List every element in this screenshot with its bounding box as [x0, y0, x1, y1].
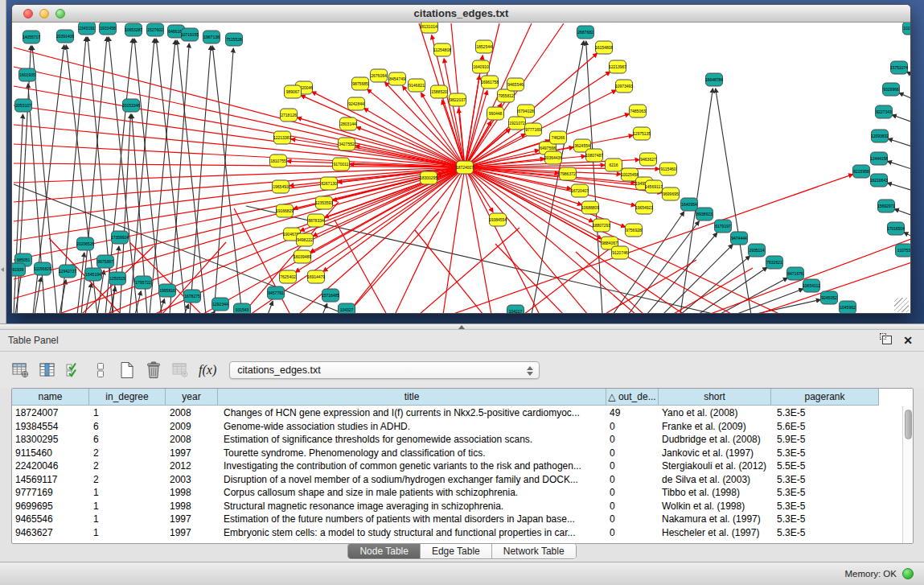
network-node[interactable]: 9699695: [663, 187, 680, 200]
network-node[interactable]: 2935114: [749, 244, 766, 257]
network-edge[interactable]: [347, 212, 439, 314]
network-view-window[interactable]: citations_edges.txt 14055717203914062343…: [11, 4, 911, 314]
network-node[interactable]: 989067: [285, 85, 302, 98]
network-node[interactable]: 20206526: [76, 237, 94, 250]
network-node[interactable]: 9170011: [333, 158, 350, 171]
network-edge[interactable]: [312, 92, 465, 167]
network-node[interactable]: 110753: [896, 244, 911, 257]
network-node[interactable]: 8878334: [308, 214, 325, 227]
network-node[interactable]: 3427552: [339, 138, 355, 150]
network-edge[interactable]: [14, 47, 465, 167]
table-row[interactable]: 946554611997Estimation of the future num…: [12, 513, 902, 526]
network-node[interactable]: 1292344: [212, 298, 229, 311]
network-edge[interactable]: [465, 167, 588, 314]
network-node[interactable]: 2718126: [281, 109, 298, 122]
network-node[interactable]: 19654923: [635, 201, 653, 214]
network-node[interactable]: 16039489: [294, 250, 311, 263]
network-node[interactable]: 9822037: [450, 93, 466, 106]
column-header-name[interactable]: name: [12, 389, 89, 406]
network-node[interactable]: 9465546: [507, 78, 524, 91]
network-node[interactable]: 1995816: [159, 284, 176, 297]
network-node[interactable]: 8215958: [853, 165, 870, 178]
network-node[interactable]: 6794028: [518, 105, 535, 117]
network-node[interactable]: 19384554: [489, 213, 507, 226]
network-node[interactable]: 1678275: [184, 290, 201, 303]
network-edge[interactable]: [888, 138, 910, 150]
network-node[interactable]: 17016504: [887, 222, 905, 235]
network-edge[interactable]: [415, 230, 483, 314]
network-node[interactable]: 15751074: [890, 61, 908, 74]
network-node[interactable]: 1795722: [135, 276, 152, 289]
network-node[interactable]: 9975887: [97, 255, 114, 268]
network-node[interactable]: 8938923: [696, 208, 713, 220]
network-node[interactable]: 1965493: [273, 180, 290, 193]
network-node[interactable]: 9457791: [268, 286, 285, 299]
network-node[interactable]: 1933458: [100, 23, 117, 35]
network-node[interactable]: 11156829: [34, 262, 51, 275]
network-node[interactable]: 12942737: [59, 265, 76, 278]
column-header-year[interactable]: year: [166, 389, 218, 406]
table-row[interactable]: 946362711997Embryonic stem cells: a mode…: [12, 526, 902, 540]
table-row[interactable]: 1830029562008Estimation of significance …: [12, 433, 902, 447]
table-row[interactable]: 1456911722003Disruption of a novel membe…: [12, 473, 902, 487]
network-node[interactable]: 14055717: [23, 31, 40, 43]
network-node[interactable]: 10973493: [615, 80, 633, 93]
network-edge[interactable]: [14, 167, 465, 299]
network-canvas[interactable]: 1405571720391406234319119334581065328715…: [12, 23, 910, 314]
network-node[interactable]: 9777169: [525, 123, 542, 136]
show-column-button[interactable]: [36, 359, 58, 381]
network-node[interactable]: 14569117: [645, 180, 663, 193]
network-node[interactable]: 18807293: [593, 219, 610, 232]
network-node[interactable]: 9474444: [731, 232, 748, 245]
network-edge[interactable]: [576, 252, 644, 314]
network-edge[interactable]: [719, 278, 787, 314]
network-node[interactable]: 1045962: [840, 301, 856, 314]
network-node[interactable]: 104217: [507, 305, 524, 314]
divider-collapse-icon[interactable]: [458, 325, 465, 329]
table-mode-button[interactable]: [10, 359, 31, 381]
network-node[interactable]: 2687682: [577, 26, 594, 39]
network-node[interactable]: 12975135: [633, 127, 651, 140]
delete-table-button[interactable]: [169, 359, 191, 381]
network-edge[interactable]: [335, 220, 387, 314]
network-node[interactable]: 2676064: [371, 69, 388, 82]
network-node[interactable]: 12213383: [273, 131, 291, 144]
network-node[interactable]: 9120746: [612, 246, 629, 259]
network-node[interactable]: 9242844: [348, 97, 365, 110]
table-row[interactable]: 1872400712008Changes of HCN gene express…: [12, 406, 902, 420]
network-node[interactable]: 16961758: [481, 76, 499, 89]
network-edge[interactable]: [888, 183, 910, 194]
tab-node-table[interactable]: Node Table: [348, 544, 421, 558]
network-node[interactable]: 7515528: [226, 33, 243, 46]
network-node[interactable]: 9329966: [883, 83, 900, 96]
network-node[interactable]: 6216: [606, 159, 622, 171]
network-edge[interactable]: [14, 125, 465, 167]
table-row[interactable]: 2242004622012Investigating the contribut…: [12, 459, 902, 473]
network-node[interactable]: 12353593: [315, 196, 333, 209]
network-node[interactable]: 9463627: [640, 153, 657, 166]
network-edge[interactable]: [14, 86, 465, 167]
network-edge[interactable]: [899, 93, 910, 104]
network-node[interactable]: 16720407: [571, 184, 589, 197]
network-node[interactable]: 9875685: [352, 77, 369, 90]
create-column-button[interactable]: [116, 359, 138, 381]
network-node[interactable]: 1852544: [476, 40, 493, 53]
resize-grip-icon[interactable]: [894, 298, 909, 312]
network-node[interactable]: 12093832: [871, 130, 889, 142]
network-node[interactable]: 16210643: [870, 174, 888, 187]
network-node[interactable]: 16154808: [595, 41, 613, 54]
network-node[interactable]: 2343191: [79, 23, 96, 35]
network-node[interactable]: 391939: [12, 263, 26, 276]
network-edge[interactable]: [14, 105, 465, 167]
network-node[interactable]: 1921072: [509, 117, 526, 130]
network-graph-svg[interactable]: 1405571720391406234319119334581065328715…: [12, 23, 910, 314]
column-header-title[interactable]: title: [218, 389, 606, 406]
tab-edge-table[interactable]: Edge Table: [421, 544, 492, 558]
network-edge[interactable]: [894, 209, 910, 220]
network-node[interactable]: 20364436: [544, 151, 562, 164]
network-node[interactable]: 9146821: [409, 79, 425, 92]
network-node[interactable]: 1250515: [109, 272, 126, 285]
vertical-scrollbar[interactable]: [902, 406, 913, 543]
network-node[interactable]: 12213967: [609, 60, 626, 73]
function-builder-button[interactable]: f(x): [199, 363, 216, 377]
